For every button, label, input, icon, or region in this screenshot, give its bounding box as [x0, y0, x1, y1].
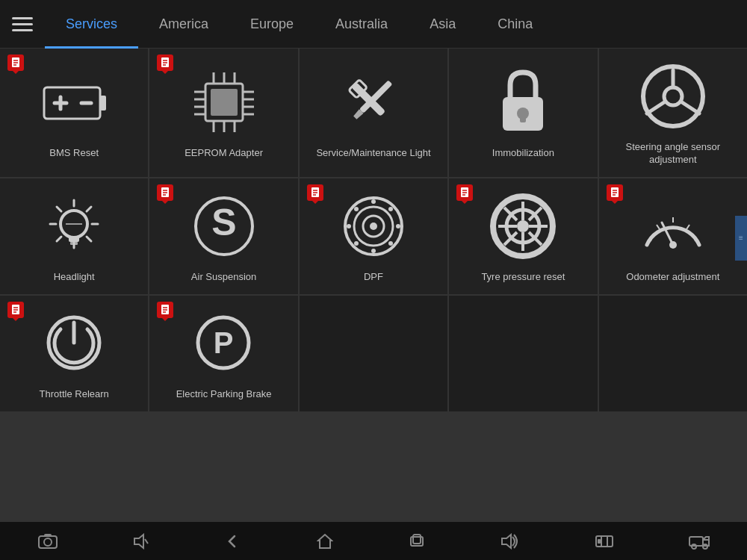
svg-line-40 — [682, 102, 699, 113]
svg-line-39 — [647, 102, 664, 113]
svg-line-50 — [87, 207, 91, 211]
tab-china[interactable]: China — [477, 0, 554, 49]
grid-item-odometer[interactable]: ≡ Odometer adjustment — [599, 178, 747, 294]
svg-rect-29 — [351, 83, 385, 117]
pdf-badge — [157, 55, 173, 71]
svg-rect-35 — [520, 113, 526, 122]
svg-rect-5 — [100, 96, 106, 111]
home-icon[interactable] — [308, 527, 342, 556]
settings-icon[interactable] — [586, 527, 622, 556]
grid-item-immobilization[interactable]: Immobilization — [449, 49, 597, 177]
svg-text:S: S — [211, 202, 236, 243]
svg-rect-14 — [211, 89, 238, 116]
electric-parking-brake-label: Electric Parking Brake — [176, 388, 272, 401]
pdf-badge — [307, 184, 323, 201]
throttle-relearn-label: Throttle Relearn — [40, 388, 109, 401]
svg-marker-121 — [502, 535, 511, 548]
grid-item-air-suspension[interactable]: S Air Suspension — [149, 178, 297, 294]
grid-item-steering-angle[interactable]: Steering angle sensor adjustment — [599, 49, 747, 177]
headlight-icon — [37, 189, 111, 264]
back-icon[interactable] — [216, 527, 250, 556]
grid-item-empty-3 — [599, 296, 747, 411]
tab-services[interactable]: Services — [45, 0, 138, 49]
hamburger-menu[interactable] — [0, 10, 45, 39]
svg-marker-118 — [318, 535, 332, 548]
tyre-pressure-icon — [486, 189, 560, 264]
grid-item-throttle-relearn[interactable]: Throttle Relearn — [0, 296, 148, 411]
dpf-label: DPF — [364, 271, 383, 284]
grid-item-dpf[interactable]: DPF — [300, 178, 447, 294]
svg-point-100 — [669, 241, 677, 249]
tab-australia[interactable]: Australia — [314, 0, 409, 49]
svg-point-114 — [44, 538, 52, 546]
truck-icon[interactable] — [680, 527, 719, 556]
dpf-icon — [336, 189, 411, 264]
svg-rect-126 — [689, 537, 703, 546]
grid-item-empty-2 — [449, 296, 597, 411]
service-maintenance-label: Service/Maintenance Light — [316, 147, 430, 160]
top-nav: Services America Europe Australia Asia C… — [0, 0, 747, 49]
pdf-badge — [157, 302, 173, 318]
pdf-badge — [157, 184, 173, 201]
grid-item-eeprom-adapter[interactable]: EEPROM Adapter — [149, 49, 297, 177]
svg-point-81 — [517, 220, 529, 232]
svg-point-69 — [347, 224, 351, 228]
bms-reset-label: BMS Reset — [49, 147, 99, 160]
volume-up-icon[interactable] — [492, 527, 529, 556]
grid-item-tyre-pressure[interactable]: Tyre pressure reset — [449, 178, 597, 294]
volume-down-icon[interactable] — [124, 527, 158, 556]
immobilization-label: Immobilization — [492, 147, 554, 160]
service-grid: BMS Reset — [0, 49, 747, 411]
bms-reset-icon — [37, 65, 111, 140]
recents-icon[interactable] — [400, 527, 434, 556]
steering-angle-icon — [636, 59, 710, 134]
tab-europe[interactable]: Europe — [229, 0, 314, 49]
svg-line-95 — [657, 225, 660, 229]
pdf-badge — [7, 55, 24, 71]
svg-line-49 — [87, 237, 91, 241]
nav-tabs: Services America Europe Australia Asia C… — [45, 0, 747, 49]
grid-item-empty-1 — [300, 296, 447, 411]
tyre-pressure-label: Tyre pressure reset — [481, 271, 565, 284]
air-suspension-icon: S — [187, 189, 261, 264]
svg-point-74 — [354, 241, 359, 246]
svg-point-72 — [388, 241, 393, 246]
svg-point-68 — [371, 249, 376, 253]
service-grid-wrapper: BMS Reset — [0, 49, 747, 521]
svg-line-48 — [57, 207, 61, 211]
tab-asia[interactable]: Asia — [409, 0, 477, 49]
tab-america[interactable]: America — [138, 0, 229, 49]
steering-angle-label: Steering angle sensor adjustment — [605, 141, 741, 167]
service-maintenance-icon — [336, 65, 411, 140]
grid-item-service-maintenance[interactable]: Service/Maintenance Light — [300, 49, 447, 177]
svg-point-37 — [664, 87, 682, 105]
svg-line-117 — [145, 539, 148, 544]
svg-point-70 — [396, 224, 400, 228]
svg-marker-116 — [134, 535, 143, 548]
grid-item-electric-parking-brake[interactable]: P Electric Parking Brake — [149, 296, 297, 411]
immobilization-icon — [486, 65, 560, 140]
eeprom-label: EEPROM Adapter — [185, 147, 263, 160]
pdf-badge — [7, 302, 24, 318]
air-suspension-label: Air Suspension — [191, 271, 256, 284]
svg-point-67 — [371, 199, 376, 204]
camera-icon[interactable] — [29, 527, 66, 556]
svg-rect-115 — [44, 534, 52, 537]
throttle-relearn-icon — [37, 306, 111, 381]
svg-point-73 — [388, 207, 393, 211]
electric-parking-brake-icon: P — [187, 306, 261, 381]
pdf-badge — [607, 184, 623, 201]
odometer-icon — [636, 189, 710, 264]
svg-text:P: P — [214, 326, 234, 359]
svg-point-71 — [354, 207, 359, 211]
odometer-label: Odometer adjustment — [626, 271, 719, 284]
headlight-label: Headlight — [54, 271, 95, 284]
grid-item-headlight[interactable]: Headlight — [0, 178, 148, 294]
svg-line-97 — [686, 225, 689, 229]
eeprom-icon — [187, 65, 261, 140]
bottom-bar — [0, 521, 747, 560]
svg-point-66 — [370, 223, 377, 230]
svg-rect-125 — [598, 539, 601, 544]
grid-item-bms-reset[interactable]: BMS Reset — [0, 49, 148, 177]
pdf-badge — [456, 184, 473, 201]
